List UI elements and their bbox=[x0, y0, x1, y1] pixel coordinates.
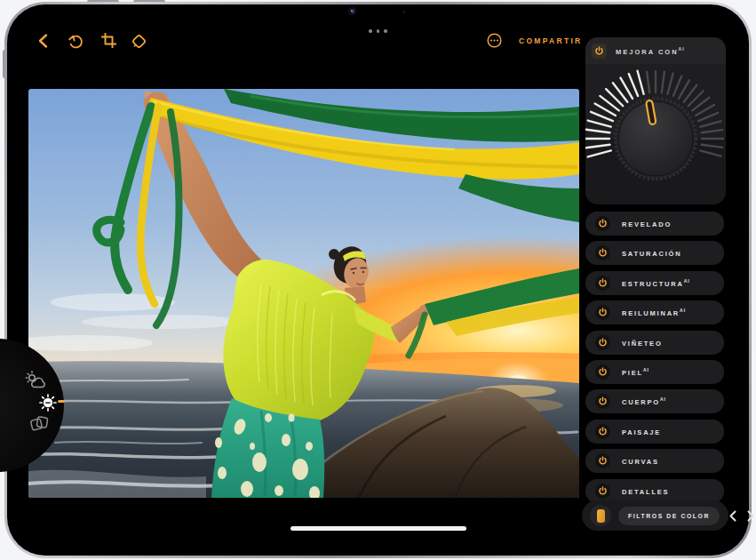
filters-tool-button[interactable] bbox=[29, 414, 50, 436]
power-icon bbox=[598, 486, 608, 496]
layers-icon bbox=[29, 414, 50, 433]
photo-scene bbox=[28, 89, 579, 498]
dial-knob[interactable] bbox=[611, 94, 700, 187]
adjustment-estructura[interactable]: ESTRUCTURAAI bbox=[585, 271, 724, 295]
next-filter-button[interactable] bbox=[746, 510, 755, 522]
selected-tool-marker bbox=[58, 400, 65, 403]
eraser-button[interactable] bbox=[131, 33, 147, 50]
power-icon bbox=[598, 367, 608, 377]
home-indicator[interactable] bbox=[290, 526, 466, 531]
enhance-label: MEJORA CONAI bbox=[616, 46, 685, 56]
power-toggle[interactable] bbox=[595, 394, 610, 409]
sun-minus-icon bbox=[39, 394, 57, 412]
enhance-panel: MEJORA CONAI bbox=[585, 37, 726, 204]
power-icon bbox=[598, 278, 608, 288]
filters-footer-bar: FILTROS DE COLOR bbox=[582, 500, 728, 531]
power-toggle[interactable] bbox=[595, 216, 610, 231]
color-filters-button[interactable]: FILTROS DE COLOR bbox=[618, 507, 720, 525]
crop-icon bbox=[101, 33, 116, 48]
adjust-tool-button[interactable] bbox=[39, 394, 57, 415]
enhance-header[interactable]: MEJORA CONAI bbox=[585, 37, 726, 64]
power-toggle[interactable] bbox=[595, 424, 610, 439]
crop-button[interactable] bbox=[101, 33, 116, 48]
adjustment-reiluminar[interactable]: REILUMINARAI bbox=[585, 300, 724, 324]
power-toggle[interactable] bbox=[595, 453, 610, 468]
back-button[interactable] bbox=[37, 33, 49, 49]
chevron-left-icon bbox=[37, 33, 49, 49]
undo-arrow-icon bbox=[68, 33, 84, 50]
power-toggle[interactable] bbox=[595, 245, 610, 260]
eraser-icon bbox=[131, 33, 147, 50]
power-icon bbox=[598, 427, 608, 436]
front-camera bbox=[348, 7, 356, 15]
power-icon bbox=[598, 248, 608, 258]
adjustment-detalles[interactable]: DETALLES bbox=[585, 479, 724, 503]
power-toggle[interactable] bbox=[592, 44, 607, 59]
adjustment-curvas[interactable]: CURVAS bbox=[585, 449, 724, 473]
power-icon bbox=[598, 308, 608, 317]
power-icon bbox=[598, 219, 608, 228]
ellipsis-circle-icon bbox=[487, 33, 502, 48]
power-icon bbox=[598, 456, 608, 466]
multitask-indicator-icon[interactable] bbox=[369, 29, 387, 33]
filter-card-icon[interactable] bbox=[590, 505, 611, 526]
chevron-right-icon bbox=[746, 510, 755, 522]
undo-button[interactable] bbox=[68, 33, 84, 50]
power-toggle[interactable] bbox=[595, 484, 610, 499]
adjustment-list: REVELADO SATURACIÓN ESTRUCTURAAI REILUMI… bbox=[585, 212, 724, 503]
adjustment-vineteo[interactable]: VIÑETEO bbox=[585, 331, 724, 355]
share-button[interactable]: COMPARTIR bbox=[519, 36, 583, 45]
chevron-left-icon bbox=[728, 510, 737, 522]
adjustment-paisaje[interactable]: PAISAJE bbox=[585, 420, 724, 444]
adjustment-saturacion[interactable]: SATURACIÓN bbox=[585, 241, 724, 265]
power-icon bbox=[598, 396, 608, 406]
power-toggle[interactable] bbox=[595, 305, 610, 320]
power-toggle[interactable] bbox=[595, 276, 610, 291]
sensor-dot bbox=[402, 11, 405, 13]
photo-canvas[interactable] bbox=[28, 89, 579, 498]
retouch-tool-button[interactable] bbox=[25, 371, 48, 394]
screenshot-stage: COMPARTIR bbox=[0, 0, 756, 560]
power-icon bbox=[594, 46, 604, 56]
power-toggle[interactable] bbox=[595, 335, 610, 350]
prev-filter-button[interactable] bbox=[728, 510, 737, 522]
cloud-sun-icon bbox=[25, 371, 48, 390]
more-button[interactable] bbox=[487, 33, 502, 48]
power-icon bbox=[598, 338, 608, 348]
adjustment-cuerpo[interactable]: CUERPOAI bbox=[585, 389, 724, 413]
adjustment-piel[interactable]: PIELAI bbox=[585, 360, 724, 384]
power-toggle[interactable] bbox=[595, 364, 610, 380]
adjustment-revelado[interactable]: REVELADO bbox=[585, 212, 724, 236]
